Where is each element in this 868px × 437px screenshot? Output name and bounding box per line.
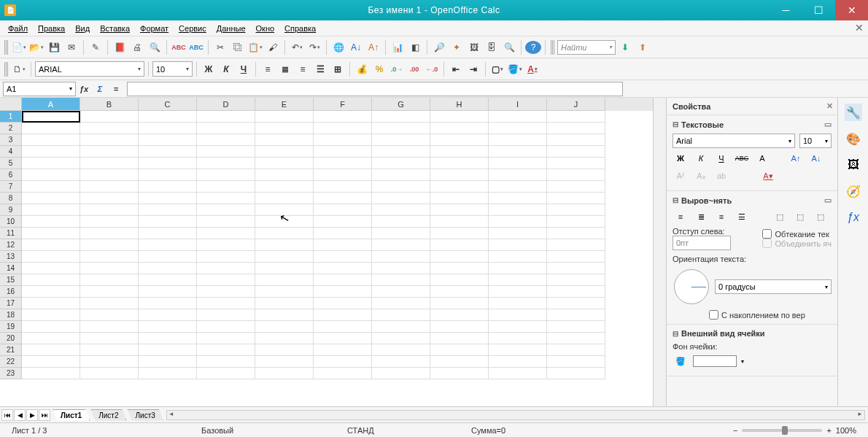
cell-C1[interactable] [139,111,197,123]
cell-C11[interactable] [139,228,197,239]
column-header-J[interactable]: J [547,98,605,111]
cell-G5[interactable] [372,158,430,169]
cell-H5[interactable] [430,158,489,169]
zoom-slider[interactable] [742,429,822,432]
cell-H14[interactable] [430,263,489,274]
cell-F6[interactable] [314,169,372,181]
cell-E2[interactable] [255,123,314,134]
cell-C8[interactable] [139,193,197,204]
sort-asc-button[interactable]: A↓ [348,39,364,55]
cell-A5[interactable] [22,158,80,169]
cell-A4[interactable] [22,146,80,158]
cell-J16[interactable] [547,286,605,298]
underline-button[interactable]: Ч [236,61,252,77]
cell-C19[interactable] [139,321,197,333]
open-button[interactable]: 📂 [28,39,44,55]
row-header-23[interactable]: 23 [0,368,22,379]
cell-J9[interactable] [547,204,605,216]
cell-C23[interactable] [139,368,197,379]
cell-D11[interactable] [197,228,255,239]
zoom-value[interactable]: 100% [836,426,856,435]
row-header-8[interactable]: 8 [0,193,22,204]
cell-D18[interactable] [197,309,255,321]
cell-I4[interactable] [489,146,547,158]
cell-J8[interactable] [547,193,605,204]
cell-J10[interactable] [547,216,605,228]
row-header-11[interactable]: 11 [0,228,22,239]
zoom-out-button[interactable]: − [733,426,737,435]
cell-A6[interactable] [22,169,80,181]
cell-B5[interactable] [80,158,139,169]
navigator-tab-icon[interactable]: 🧭 [845,182,862,200]
cell-G8[interactable] [372,193,430,204]
cell-C10[interactable] [139,216,197,228]
row-header-7[interactable]: 7 [0,181,22,193]
cell-G3[interactable] [372,134,430,146]
formula-input[interactable] [127,82,623,96]
cell-D22[interactable] [197,356,255,368]
sheet-tab-3[interactable]: Лист3 [127,409,163,421]
cell-E7[interactable] [255,181,314,193]
cell-H21[interactable] [430,344,489,356]
fontcolor-button[interactable]: A [524,61,540,77]
cell-H10[interactable] [430,216,489,228]
cell-D2[interactable] [197,123,255,134]
cell-H1[interactable] [430,111,489,123]
styles-tab-icon[interactable]: 🎨 [845,130,862,147]
cell-G15[interactable] [372,274,430,286]
minimize-button[interactable]: ─ [770,0,802,20]
cell-B17[interactable] [80,298,139,309]
grid-rows[interactable]: 1234567891011121314151617181920212223 [0,111,653,406]
row-header-2[interactable]: 2 [0,123,22,134]
fill-color-swatch[interactable] [693,355,737,367]
gallery-button[interactable]: 🖼 [466,39,482,55]
cell-F10[interactable] [314,216,372,228]
cell-F22[interactable] [314,356,372,368]
search-up-button[interactable]: ⬆ [635,39,651,55]
cell-A13[interactable] [22,251,80,263]
cell-I21[interactable] [489,344,547,356]
align-justify-button[interactable]: ☰ [312,61,328,77]
cell-I9[interactable] [489,204,547,216]
cell-G9[interactable] [372,204,430,216]
cell-H17[interactable] [430,298,489,309]
cell-I23[interactable] [489,368,547,379]
menu-view[interactable]: Вид [70,23,95,34]
row-header-21[interactable]: 21 [0,344,22,356]
show-draw-button[interactable]: ◧ [407,39,423,55]
cell-H15[interactable] [430,274,489,286]
cell-I3[interactable] [489,134,547,146]
cell-B16[interactable] [80,286,139,298]
column-header-G[interactable]: G [372,98,430,111]
cell-J15[interactable] [547,274,605,286]
cell-F9[interactable] [314,204,372,216]
remove-decimal-button[interactable]: .00 [406,61,422,77]
stacked-checkbox[interactable]: С накоплением по вер [709,310,832,320]
cell-F5[interactable] [314,158,372,169]
row-header-20[interactable]: 20 [0,333,22,344]
sb-align-left-button[interactable]: ≡ [673,209,689,224]
function-wizard-button[interactable]: ƒx [76,82,92,96]
cell-A14[interactable] [22,263,80,274]
cell-B20[interactable] [80,333,139,344]
cell-B3[interactable] [80,134,139,146]
cell-I15[interactable] [489,274,547,286]
sb-valign-middle-button[interactable]: ⬚ [792,209,808,224]
sb-superscript-button[interactable]: A² [673,169,689,183]
add-decimal-button[interactable]: .0→ [389,61,405,77]
text-section-header[interactable]: Текстовые▭ [673,120,832,129]
cell-F2[interactable] [314,123,372,134]
row-header-17[interactable]: 17 [0,298,22,309]
cell-G19[interactable] [372,321,430,333]
cell-A7[interactable] [22,181,80,193]
align-left-button[interactable]: ≡ [260,61,276,77]
sb-shadow-button[interactable]: A [754,151,770,166]
navigator-button[interactable]: ✦ [449,39,465,55]
cell-H7[interactable] [430,181,489,193]
cell-I1[interactable] [489,111,547,123]
row-header-16[interactable]: 16 [0,286,22,298]
cell-C13[interactable] [139,251,197,263]
cell-D8[interactable] [197,193,255,204]
cell-E8[interactable] [255,193,314,204]
cell-E19[interactable] [255,321,314,333]
